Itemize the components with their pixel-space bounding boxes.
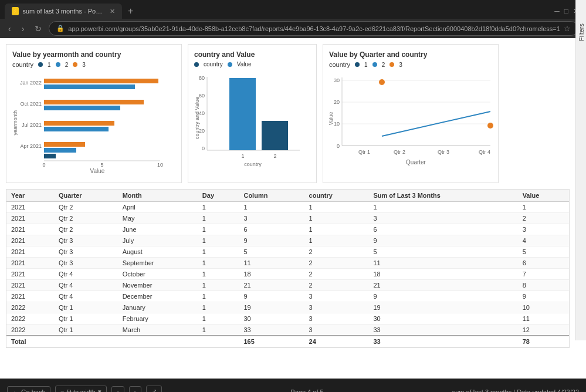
svg-text:Jul 2021: Jul 2021	[22, 122, 42, 128]
next-page-button[interactable]: ›	[129, 386, 142, 393]
svg-text:country and Value: country and Value	[194, 97, 200, 139]
total-cell	[198, 336, 239, 347]
table-cell: 2021	[6, 213, 54, 224]
table-row: 2021Qtr 4October1182187	[6, 269, 569, 280]
table-cell: July	[118, 235, 198, 246]
svg-text:country: country	[244, 161, 262, 167]
total-cell: 24	[304, 336, 369, 347]
vbar-bar-2	[262, 121, 288, 150]
table-cell: November	[118, 280, 198, 291]
table-cell: Qtr 2	[54, 224, 118, 235]
col-year: Year	[6, 190, 54, 202]
go-back-button[interactable]: ← Go back	[7, 386, 50, 393]
svg-text:80: 80	[199, 75, 205, 81]
table-row: 2022Qtr 1January11931910	[6, 302, 569, 313]
table-cell: 19	[368, 302, 517, 313]
table-cell: Qtr 4	[54, 280, 118, 291]
line-legend-1: 1	[364, 62, 368, 68]
table-cell: 5	[518, 246, 569, 258]
fit-width-icon: ≡	[60, 388, 64, 393]
hbar-chart-container: Value by yearmonth and country country 1…	[6, 44, 182, 183]
back-button[interactable]: ‹	[5, 22, 15, 36]
total-cell: 33	[368, 336, 517, 347]
page-info: Page 4 of 5	[290, 388, 323, 393]
hbar-ylabel-container: yearmonth	[12, 72, 18, 174]
hbar-chart-title: Value by yearmonth and country	[12, 50, 175, 59]
line-dot-orange-bottom	[487, 123, 493, 129]
table-cell: 1	[239, 202, 304, 213]
status-section: sum of last 3 months | Data updated 4/22…	[452, 388, 579, 393]
filters-sidebar[interactable]: Filters	[575, 0, 586, 340]
table-cell: 3	[304, 302, 369, 313]
filters-label[interactable]: Filters	[578, 23, 585, 41]
svg-text:2: 2	[273, 153, 276, 159]
table-cell: 5	[239, 246, 304, 258]
table-cell: Qtr 1	[54, 325, 118, 336]
hbar-chart-body: yearmonth Jan 2022 Oct 2021 Jul 2021 Apr…	[12, 72, 175, 174]
table-cell: Qtr 4	[54, 291, 118, 302]
table-cell: Qtr 1	[54, 302, 118, 313]
svg-text:1: 1	[241, 153, 244, 159]
lock-icon: 🔒	[56, 25, 65, 32]
table-cell: 2021	[6, 224, 54, 235]
table-cell: 1	[198, 313, 239, 325]
bookmark-icon[interactable]: ☆	[564, 24, 571, 33]
active-tab[interactable]: ⚡ sum of last 3 months - Power BI ✕	[5, 4, 122, 19]
table-cell: Qtr 3	[54, 258, 118, 269]
total-cell	[118, 336, 198, 347]
table-cell: 2	[304, 258, 369, 269]
table-cell: 1	[198, 202, 239, 213]
window-minimize-button[interactable]: ─	[552, 7, 562, 15]
table-cell: 1	[304, 213, 369, 224]
table-cell: Qtr 2	[54, 213, 118, 224]
svg-text:Qtr 3: Qtr 3	[438, 149, 449, 155]
table-cell: Qtr 2	[54, 202, 118, 213]
vbar-legend-value: Value	[237, 61, 252, 67]
window-maximize-button[interactable]: □	[562, 7, 571, 15]
hbar-bar	[44, 85, 135, 89]
line-legend-dot-3	[389, 62, 394, 67]
legend-item-3: 3	[82, 62, 86, 68]
table-cell: December	[118, 291, 198, 302]
table-cell: 2	[304, 280, 369, 291]
col-column: Column	[239, 190, 304, 202]
table-cell: 3	[518, 224, 569, 235]
line-dot-orange-top	[379, 79, 385, 85]
table-cell: 2021	[6, 258, 54, 269]
table-cell: 1	[368, 202, 517, 213]
total-cell	[54, 336, 118, 347]
table-cell: 6	[518, 258, 569, 269]
line-legend-dot-2	[372, 62, 377, 67]
tab-close-button[interactable]: ✕	[110, 8, 115, 15]
table-row: 2021Qtr 3July19194	[6, 235, 569, 246]
new-tab-button[interactable]: +	[124, 5, 137, 18]
table-cell: 9	[518, 291, 569, 302]
col-quarter: Quarter	[54, 190, 118, 202]
col-value: Value	[518, 190, 569, 202]
forward-button[interactable]: ›	[18, 22, 28, 36]
address-bar[interactable]: 🔒 app.powerbi.com/groups/35ab0e21-91da-4…	[49, 21, 578, 36]
go-back-label: Go back	[21, 388, 45, 393]
table-cell: 18	[239, 269, 304, 280]
total-cell: 78	[518, 336, 569, 347]
col-sum: Sum of Last 3 Months	[368, 190, 517, 202]
table-cell: 11	[518, 313, 569, 325]
line-chart-title: Value by Quarter and country	[329, 50, 492, 59]
fit-to-width-button[interactable]: ≡ fit to width ▾	[55, 386, 107, 392]
hbar-legend: country 1 2 3	[12, 61, 175, 68]
vbar-legend: country Value	[194, 61, 310, 67]
table-cell: 1	[198, 325, 239, 336]
table-cell: 2022	[6, 302, 54, 313]
svg-text:30: 30	[334, 77, 340, 83]
chevron-down-icon: ▾	[98, 388, 101, 392]
legend-item-2: 2	[65, 62, 69, 68]
table-cell: 33	[368, 325, 517, 336]
vbar-legend-country: country	[204, 61, 223, 67]
fullscreen-button[interactable]: ⤢	[146, 386, 162, 392]
table-cell: 1	[198, 280, 239, 291]
svg-text:Value: Value	[329, 112, 334, 125]
svg-text:0: 0	[337, 143, 340, 149]
prev-page-button[interactable]: ‹	[111, 386, 124, 393]
line-chart-container: Value by Quarter and country country 1 2…	[323, 44, 499, 183]
reload-button[interactable]: ↻	[31, 22, 45, 36]
